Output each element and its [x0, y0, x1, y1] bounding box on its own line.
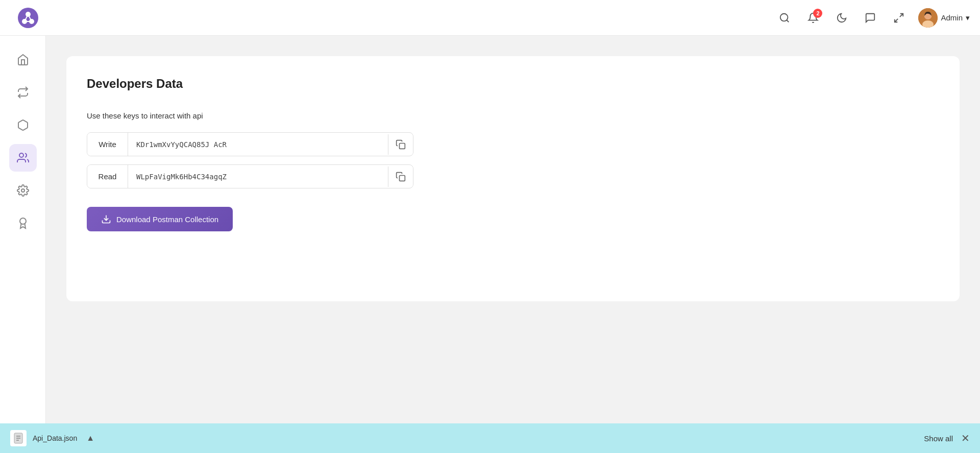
svg-point-6 [780, 13, 788, 21]
download-bar-right: Show all ✕ [924, 433, 970, 443]
write-key-copy-button[interactable] [388, 134, 413, 155]
svg-line-7 [787, 20, 789, 22]
download-bar-left: Api_Data.json ▲ [10, 430, 94, 446]
developers-data-card: Developers Data Use these keys to intera… [66, 56, 960, 301]
close-download-bar-button[interactable]: ✕ [961, 433, 970, 443]
page-title: Developers Data [87, 77, 939, 91]
svg-line-9 [895, 18, 898, 21]
messages-icon[interactable] [861, 9, 879, 27]
read-key-row: Read [87, 164, 413, 188]
section-description: Use these keys to interact with api [87, 111, 939, 120]
file-name: Api_Data.json [33, 434, 77, 442]
read-key-copy-button[interactable] [388, 166, 413, 187]
download-postman-button[interactable]: Download Postman Collection [87, 207, 233, 231]
download-button-label: Download Postman Collection [116, 215, 218, 224]
dark-mode-icon[interactable] [832, 9, 851, 27]
sidebar-item-rewards[interactable] [9, 209, 37, 237]
layout: Developers Data Use these keys to intera… [0, 36, 980, 453]
svg-point-15 [21, 189, 24, 192]
show-all-button[interactable]: Show all [924, 434, 953, 443]
sidebar-item-packages[interactable] [9, 111, 37, 139]
write-label: Write [87, 133, 128, 156]
sidebar-item-home[interactable] [9, 46, 37, 74]
search-icon[interactable] [775, 9, 794, 27]
sidebar-item-users[interactable] [9, 144, 37, 172]
sidebar [0, 36, 46, 453]
admin-dropdown-icon: ▾ [966, 13, 970, 22]
content-area: Developers Data Use these keys to intera… [46, 36, 980, 424]
write-key-row: Write [87, 132, 413, 156]
logo[interactable] [10, 8, 46, 28]
svg-point-16 [20, 218, 26, 224]
navbar: 2 [0, 0, 980, 36]
layout-icon[interactable] [890, 9, 908, 27]
sidebar-item-transfer[interactable] [9, 79, 37, 106]
write-key-input[interactable] [128, 133, 388, 156]
admin-user[interactable]: Admin ▾ [918, 8, 970, 28]
download-bar: Api_Data.json ▲ Show all ✕ [0, 423, 980, 453]
svg-rect-18 [400, 175, 405, 181]
svg-line-8 [900, 13, 903, 16]
download-bar-chevron[interactable]: ▲ [86, 434, 94, 443]
svg-point-14 [19, 153, 23, 157]
svg-rect-17 [400, 143, 405, 149]
admin-name: Admin [941, 13, 963, 22]
main-content: Developers Data Use these keys to intera… [46, 36, 980, 453]
notification-icon[interactable]: 2 [804, 9, 822, 27]
file-icon [10, 430, 27, 446]
sidebar-item-settings[interactable] [9, 177, 37, 204]
notification-badge: 2 [813, 9, 822, 18]
logo-icon [18, 8, 38, 28]
read-label: Read [87, 165, 128, 188]
avatar [918, 8, 938, 28]
navbar-right: 2 [775, 8, 970, 28]
read-key-input[interactable] [128, 165, 388, 188]
